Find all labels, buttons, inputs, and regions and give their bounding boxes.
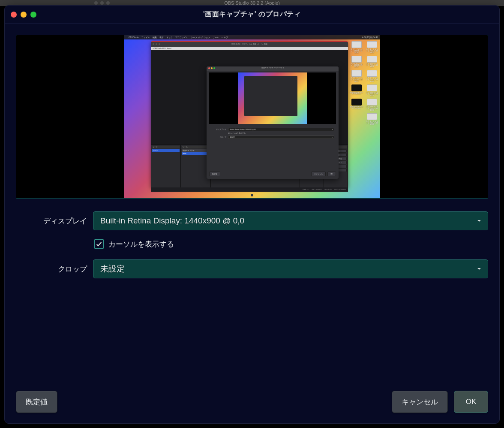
source-preview: OBS Studio ファイル 編集 表示 ドック プロファイル シーンコレクシ…	[16, 35, 488, 199]
chevron-down-icon[interactable]	[470, 260, 488, 278]
dialog-footer: 既定値 キャンセル OK	[5, 386, 499, 423]
show-cursor-row: カーソルを表示する	[94, 239, 488, 249]
display-label: ディスプレイ	[16, 216, 88, 226]
display-select[interactable]: Built-in Retina Display: 1440x900 @ 0,0	[93, 211, 488, 230]
display-select-value: Built-in Retina Display: 1440x900 @ 0,0	[93, 212, 470, 230]
preview-obs-window: OBS 30.2.2 - プロファイル: 無題 - シーン: 無題 ◎ OBS …	[151, 41, 348, 188]
preview-desktop: OBS Studio ファイル 編集 表示 ドック プロファイル シーンコレクシ…	[124, 35, 380, 198]
window-title: '画面キャプチャ' のプロパティ	[5, 10, 499, 19]
preview-resize-handle-icon[interactable]	[251, 194, 253, 196]
crop-select-value: 未設定	[93, 260, 470, 278]
show-cursor-label: カーソルを表示する	[108, 239, 174, 249]
ok-button[interactable]: OK	[454, 391, 488, 413]
defaults-button[interactable]: 既定値	[16, 391, 57, 413]
crop-row: クロップ 未設定	[16, 259, 488, 278]
crop-select[interactable]: 未設定	[93, 259, 488, 278]
properties-window: '画面キャプチャ' のプロパティ OBS Studio ファイル 編集 表示 ド…	[4, 5, 500, 424]
cancel-button[interactable]: キャンセル	[392, 391, 448, 413]
display-row: ディスプレイ Built-in Retina Display: 1440x900…	[16, 211, 488, 230]
crop-label: クロップ	[16, 264, 88, 274]
show-cursor-checkbox[interactable]	[94, 239, 104, 249]
titlebar[interactable]: '画面キャプチャ' のプロパティ	[5, 6, 499, 24]
chevron-down-icon[interactable]	[470, 212, 488, 230]
preview-desktop-icons: スクリーンショット 2024-0…12.58.16 スクリーンショット 2024…	[346, 41, 378, 126]
preview-nested-dialog: '画面キャプチャ' のプロパティ ディスプレイBuilt-in Retina D…	[207, 66, 339, 179]
preview-menubar: OBS Studio ファイル 編集 表示 ドック プロファイル シーンコレクシ…	[124, 35, 380, 39]
check-icon	[96, 241, 102, 247]
